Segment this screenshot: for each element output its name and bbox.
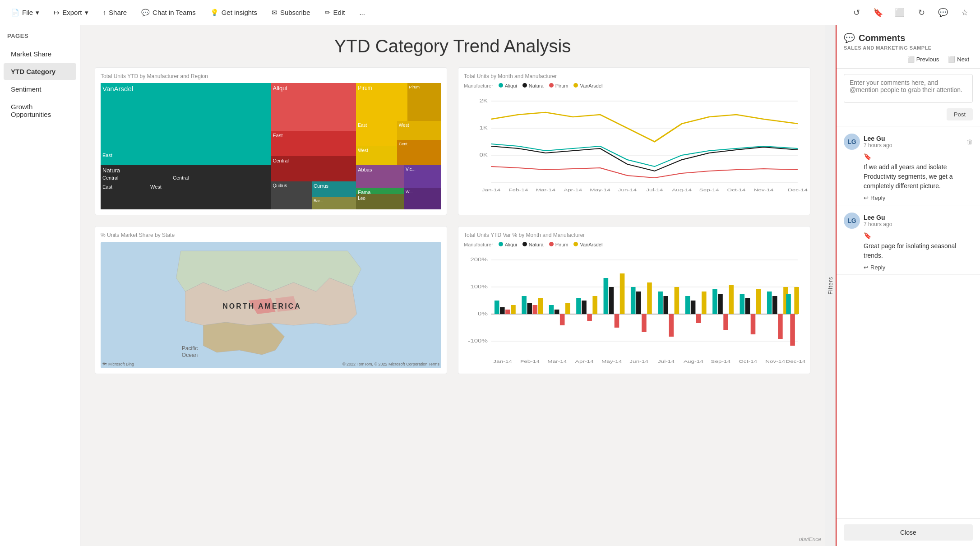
edit-icon: ✏ [325,9,331,17]
share-button[interactable]: ↑ Share [99,6,131,19]
svg-rect-70 [751,314,756,334]
bookmark-icon[interactable]: 🔖 [864,153,871,160]
toolbar-right: ↺ 🔖 ⬜ ↻ 💬 ☆ [848,5,973,21]
svg-rect-61 [691,301,696,314]
svg-text:Dec-14: Dec-14 [786,359,805,363]
get-insights-button[interactable]: 💡 Get insights [207,6,261,19]
export-button[interactable]: ↦ Export ▾ [50,6,92,19]
comment-button[interactable]: 💬 [935,5,951,21]
comment-text: If we add all years and isolate Producti… [864,162,973,191]
svg-text:1K: 1K [479,125,488,131]
subscribe-icon: ✉ [272,9,277,17]
comment-text: Great page for isolating seasonal trends… [864,241,973,260]
file-chevron-icon: ▾ [36,9,39,17]
svg-rect-62 [696,314,701,323]
svg-rect-53 [636,292,641,314]
svg-text:-100%: -100% [468,338,488,344]
comment-input[interactable] [844,74,973,103]
svg-text:Mar-14: Mar-14 [536,188,556,192]
close-button[interactable]: Close [844,524,973,541]
chart-line-legend: Manufacturer Aliqui Natura Pirum VanArsd… [464,83,804,88]
canvas: YTD Category Trend Analysis Total Units … [80,25,825,546]
file-icon: 📄 [11,9,19,17]
subscribe-button[interactable]: ✉ Subscribe [268,6,314,19]
previous-icon: ⬜ [907,56,915,63]
toolbar: 📄 File ▾ ↦ Export ▾ ↑ Share 💬 Chat in Te… [0,0,980,25]
legend-vanarsdel: VanArsdel [573,83,602,88]
next-button[interactable]: ⬜ Next [944,54,973,65]
comment-item: LG Lee Gu 7 hours ago 🔖 Great page for i… [837,205,980,275]
svg-rect-78 [794,287,799,314]
bar-legend-pirum: Pirum [549,242,569,247]
sidebar-item-growth-opportunities[interactable]: Growth Opportunities [4,98,76,123]
svg-text:0K: 0K [479,153,488,158]
reply-icon: ↩ [864,264,869,271]
svg-rect-45 [582,301,587,314]
chat-in-teams-button[interactable]: 💬 Chat in Teams [138,6,199,19]
sidebar-item-sentiment[interactable]: Sentiment [4,81,76,97]
svg-rect-72 [767,292,772,314]
comments-list: LG Lee Gu 7 hours ago 🗑 🔖 If we add all … [837,126,980,518]
svg-text:Aug-14: Aug-14 [672,188,692,192]
svg-rect-71 [756,289,761,314]
svg-rect-40 [549,305,554,314]
undo-button[interactable]: ↺ [848,5,864,21]
next-icon: ⬜ [948,56,955,63]
svg-rect-41 [555,310,559,314]
comment-item: LG Lee Gu 7 hours ago 🗑 🔖 If we add all … [837,126,980,205]
reply-button[interactable]: ↩ Reply [864,194,885,201]
previous-button[interactable]: ⬜ Previous [904,54,943,65]
svg-text:Feb-14: Feb-14 [520,359,540,363]
bookmark-icon[interactable]: 🔖 [864,232,871,239]
svg-rect-77 [790,314,795,346]
svg-text:Nov-14: Nov-14 [754,188,774,192]
svg-text:Ocean: Ocean [182,352,198,358]
comment-meta: Lee Gu 7 hours ago [864,214,973,227]
bar-legend-aliqui: Aliqui [499,242,517,247]
svg-text:Mar-14: Mar-14 [547,359,567,363]
svg-rect-39 [538,298,543,314]
svg-rect-66 [723,314,728,330]
svg-text:Jun-14: Jun-14 [618,188,637,192]
sidebar: Pages Market Share YTD Category Sentimen… [0,25,80,546]
svg-rect-73 [772,296,777,314]
chart-treemap: Total Units YTD by Manufacturer and Regi… [95,67,447,215]
legend-manufacturer-label: Manufacturer [464,83,493,88]
refresh-button[interactable]: ↻ [913,5,929,21]
chart-map: % Units Market Share by State [95,226,447,374]
filters-toggle[interactable]: Filters [825,25,836,546]
chart-line: Total Units by Month and Manufacturer Ma… [458,67,810,215]
comment-author-row: LG Lee Gu 7 hours ago 🗑 [844,134,973,150]
svg-rect-42 [560,314,565,325]
svg-rect-49 [609,287,614,314]
svg-rect-55 [647,282,652,314]
reply-button[interactable]: ↩ Reply [864,264,885,271]
svg-text:Sep-14: Sep-14 [711,359,730,363]
svg-text:Apr-14: Apr-14 [564,188,582,192]
sidebar-item-market-share[interactable]: Market Share [4,46,76,62]
svg-text:Aug-14: Aug-14 [684,359,703,363]
favorite-button[interactable]: ☆ [957,5,973,21]
svg-rect-48 [604,278,609,314]
sidebar-item-ytd-category[interactable]: YTD Category [4,63,76,80]
export-icon: ↦ [54,9,60,17]
reply-icon: ↩ [864,194,869,201]
svg-rect-33 [500,307,505,314]
svg-rect-38 [533,305,538,314]
svg-text:200%: 200% [470,257,488,263]
toolbar-left: 📄 File ▾ ↦ Export ▾ ↑ Share 💬 Chat in Te… [7,6,369,19]
window-button[interactable]: ⬜ [892,5,908,21]
post-button[interactable]: Post [947,108,973,120]
bookmark-button[interactable]: 🔖 [870,5,886,21]
more-button[interactable]: ... [356,6,369,19]
svg-rect-59 [675,287,680,314]
file-button[interactable]: 📄 File ▾ [7,6,43,19]
edit-button[interactable]: ✏ Edit [321,6,349,19]
map-area: NORTH AMERICA Pacific Ocean 🗺 Microsoft … [101,242,441,368]
treemap: VanArsdel Natura East East West Central … [101,83,441,209]
svg-rect-52 [631,287,636,314]
svg-rect-37 [527,303,532,314]
insights-icon: 💡 [210,9,219,17]
map-copyright: © 2022 TomTom, © 2022 Microsoft Corporat… [342,362,439,366]
delete-icon[interactable]: 🗑 [966,138,973,145]
